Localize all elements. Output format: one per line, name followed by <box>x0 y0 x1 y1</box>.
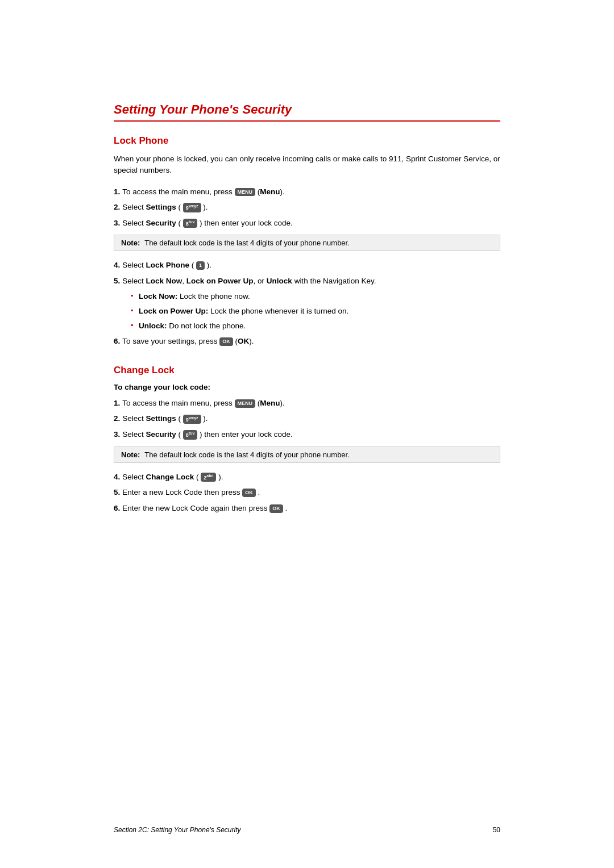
cl-step-1: 1. To access the main menu, press MENU (… <box>114 397 500 410</box>
cl-step-2-num: 2. <box>114 412 120 425</box>
step-4: 4. Select Lock Phone ( 1 ). <box>114 259 500 272</box>
cl-step-6-num: 6. <box>114 502 120 515</box>
sub-item-lock-now: Lock Now: Lock the phone now. <box>131 290 500 303</box>
lock-phone-steps-4-6: 4. Select Lock Phone ( 1 ). 5. Select Lo… <box>114 259 500 287</box>
change-lock-section: Change Lock To change your lock code: 1.… <box>114 365 500 515</box>
change-lock-steps-4-6: 4. Select Change Lock ( 2abc ). 5. Enter… <box>114 471 500 515</box>
security-key-1: 8tuv <box>183 219 198 228</box>
footer-page-number: 50 <box>493 826 500 834</box>
lock-phone-key: 1 <box>196 261 205 270</box>
step-1: 1. To access the main menu, press MENU (… <box>114 186 500 198</box>
cl-step-1-text: To access the main menu, press MENU (Men… <box>122 397 285 410</box>
cl-step-2-text: Select Settings ( 9wxyz ). <box>122 412 208 425</box>
footer-section-label: Section 2C: Setting Your Phone's Securit… <box>114 826 241 834</box>
step-6: 6. To save your settings, press OK (OK). <box>114 335 500 348</box>
ok-key-1: OK <box>219 337 233 346</box>
page-footer: Section 2C: Setting Your Phone's Securit… <box>0 826 614 834</box>
ok-key-3: OK <box>269 504 283 513</box>
step-5-num: 5. <box>114 275 120 287</box>
page-container: Setting Your Phone's Security Lock Phone… <box>0 0 614 868</box>
ok-key-2: OK <box>242 489 256 497</box>
cl-step-6-text: Enter the new Lock Code again then press… <box>122 502 287 515</box>
security-key-2: 8tuv <box>183 430 198 440</box>
cl-step-2: 2. Select Settings ( 9wxyz ). <box>114 412 500 425</box>
cl-step-4: 4. Select Change Lock ( 2abc ). <box>114 471 500 483</box>
note-box-1: Note: The default lock code is the last … <box>114 235 500 251</box>
change-lock-subheading: To change your lock code: <box>114 383 500 391</box>
cl-step-5-num: 5. <box>114 486 120 499</box>
cl-step-4-text: Select Change Lock ( 2abc ). <box>122 471 223 483</box>
cl-step-3: 3. Select Security ( 8tuv ) then enter y… <box>114 428 500 441</box>
lock-phone-step-6: 6. To save your settings, press OK (OK). <box>114 335 500 348</box>
step-5-text: Select Lock Now, Lock on Power Up, or Un… <box>122 275 376 287</box>
cl-step-5: 5. Enter a new Lock Code then press OK . <box>114 486 500 499</box>
step-5: 5. Select Lock Now, Lock on Power Up, or… <box>114 275 500 287</box>
settings-key-1: 9wxyz <box>183 203 201 212</box>
step-2: 2. Select Settings ( 9wxyz ). <box>114 201 500 214</box>
note-label-2: Note: <box>121 450 140 459</box>
cl-step-6: 6. Enter the new Lock Code again then pr… <box>114 502 500 515</box>
step-1-num: 1. <box>114 186 120 198</box>
note-box-2: Note: The default lock code is the last … <box>114 446 500 463</box>
lock-phone-title: Lock Phone <box>114 135 500 147</box>
sub-item-lock-power: Lock on Power Up: Lock the phone wheneve… <box>131 305 500 318</box>
change-lock-title: Change Lock <box>114 365 500 376</box>
sub-item-unlock: Unlock: Do not lock the phone. <box>131 320 500 332</box>
cl-step-1-num: 1. <box>114 397 120 410</box>
note-text-2: The default lock code is the last 4 digi… <box>144 450 350 459</box>
step-1-text: To access the main menu, press MENU (Men… <box>122 186 285 198</box>
sub-list-lock: Lock Now: Lock the phone now. Lock on Po… <box>131 290 500 332</box>
step-2-num: 2. <box>114 201 120 214</box>
cl-step-5-text: Enter a new Lock Code then press OK . <box>122 486 260 499</box>
step-2-text: Select Settings ( 9wxyz ). <box>122 201 208 214</box>
change-lock-steps-1-3: 1. To access the main menu, press MENU (… <box>114 397 500 441</box>
step-4-text: Select Lock Phone ( 1 ). <box>122 259 211 272</box>
step-3: 3. Select Security ( 8tuv ) then enter y… <box>114 217 500 229</box>
lock-phone-section: Lock Phone When your phone is locked, yo… <box>114 135 500 348</box>
step-4-num: 4. <box>114 259 120 272</box>
menu-key-1: MENU <box>235 188 256 197</box>
cl-step-3-text: Select Security ( 8tuv ) then enter your… <box>122 428 292 441</box>
step-3-text: Select Security ( 8tuv ) then enter your… <box>122 217 292 229</box>
lock-phone-steps-1-3: 1. To access the main menu, press MENU (… <box>114 186 500 229</box>
note-label-1: Note: <box>121 239 140 247</box>
page-title: Setting Your Phone's Security <box>114 102 500 122</box>
settings-key-2: 9wxyz <box>183 415 201 424</box>
menu-key-2: MENU <box>235 399 256 408</box>
lock-phone-intro: When your phone is locked, you can only … <box>114 153 500 177</box>
change-lock-key: 2abc <box>201 473 216 482</box>
step-6-num: 6. <box>114 335 120 348</box>
note-text-1: The default lock code is the last 4 digi… <box>144 239 350 247</box>
cl-step-4-num: 4. <box>114 471 120 483</box>
cl-step-3-num: 3. <box>114 428 120 441</box>
step-6-text: To save your settings, press OK (OK). <box>122 335 254 348</box>
step-3-num: 3. <box>114 217 120 229</box>
